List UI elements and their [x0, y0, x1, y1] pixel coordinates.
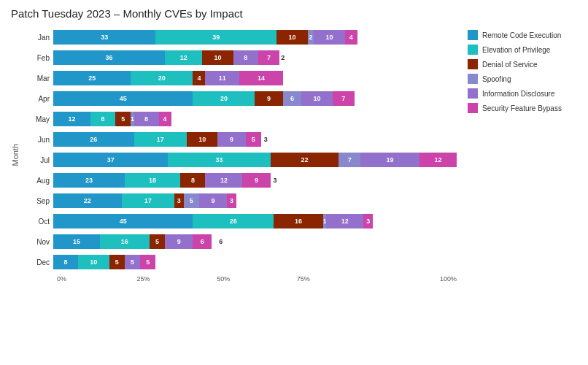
- bar-segment-id: 12: [326, 214, 363, 228]
- x-tick-3: 75%: [297, 275, 377, 283]
- bar-container: 810555: [53, 255, 457, 269]
- x-axis: 0%25%50%75%100%: [57, 275, 457, 283]
- chart-title: Patch Tuesday 2023 – Monthly CVEs by Imp…: [11, 7, 577, 20]
- bar-container: 22173593: [53, 193, 457, 208]
- bar-segment-id: 19: [360, 153, 419, 167]
- legend-label-dos: Denial of Service: [482, 61, 538, 69]
- bar-segment-id: 9: [165, 234, 193, 249]
- bar-segment-extra: 6: [212, 234, 231, 249]
- bar-segment-id: 9: [217, 132, 245, 147]
- bar-segment-dos: 4: [193, 71, 205, 85]
- bar-container: 252041114: [53, 71, 457, 85]
- chart-row-jul: Jul37332271912: [30, 150, 457, 170]
- bar-container: 261710953: [53, 132, 457, 147]
- chart-container: Month Jan3339102104Feb361210872Mar252041…: [11, 27, 577, 283]
- bar-segment-id: 10: [301, 91, 333, 106]
- chart-row-jan: Jan3339102104: [30, 27, 457, 47]
- legend-color-rce: [468, 30, 478, 40]
- bar-segment-rce: 8: [53, 255, 78, 269]
- bar-segment-extra: 3: [261, 132, 271, 147]
- bar-segment-extra: 3: [271, 173, 280, 188]
- bar-container: 3339102104: [53, 30, 457, 45]
- chart-row-mar: Mar252041114: [30, 68, 457, 88]
- bar-segment-eop: 17: [134, 132, 187, 147]
- row-label: Dec: [30, 258, 53, 266]
- bar-segment-id: 8: [134, 112, 159, 126]
- row-label: Jun: [30, 136, 53, 144]
- chart-row-aug: Aug231881293: [30, 170, 457, 191]
- bar-segment-sfb: 14: [239, 71, 283, 85]
- bar-segment-sfb: 3: [363, 214, 373, 228]
- bar-segment-sfb: 5: [246, 132, 261, 147]
- bar-segment-rce: 25: [53, 71, 131, 85]
- bar-segment-spoof: 6: [283, 91, 302, 106]
- bar-segment-dos: 22: [271, 153, 339, 167]
- bar-segment-rce: 36: [53, 50, 165, 65]
- chart-row-nov: Nov15165966: [30, 231, 457, 252]
- bar-segment-eop: 17: [122, 193, 174, 208]
- chart-row-dec: Dec810555: [30, 252, 457, 272]
- legend-item-rce: Remote Code Execution: [468, 30, 577, 40]
- bar-segment-sfb: 9: [242, 173, 270, 188]
- legend-item-spoof: Spoofing: [468, 74, 577, 84]
- bar-segment-sfb: 3: [227, 193, 236, 208]
- bar-segment-rce: 22: [53, 193, 122, 208]
- y-axis-label: Month: [11, 144, 23, 166]
- legend-label-id: Information Disclosure: [482, 90, 554, 98]
- bar-segment-dos: 5: [150, 234, 165, 249]
- row-label: May: [30, 115, 53, 123]
- row-label: Oct: [30, 218, 53, 226]
- legend-color-eop: [468, 45, 478, 55]
- bar-segment-id: 11: [205, 71, 239, 85]
- bar-segment-rce: 33: [53, 30, 155, 45]
- legend-color-id: [468, 88, 478, 99]
- bar-segment-dos: 16: [274, 214, 323, 228]
- bar-segment-eop: 33: [168, 153, 270, 167]
- bar-segment-eop: 26: [193, 214, 274, 228]
- bar-segment-eop: 39: [155, 30, 276, 45]
- bar-segment-sfb: 7: [333, 91, 355, 106]
- row-label: Sep: [30, 197, 53, 205]
- bar-segment-sfb: 4: [159, 112, 171, 126]
- legend-color-sfb: [468, 103, 478, 113]
- bar-segment-id: 5: [125, 255, 140, 269]
- chart-row-apr: Apr452096107: [30, 88, 457, 109]
- legend-item-id: Information Disclosure: [468, 88, 577, 99]
- row-label: Jan: [30, 34, 53, 42]
- bar-segment-eop: 8: [90, 112, 115, 126]
- chart-row-feb: Feb361210872: [30, 47, 457, 68]
- bar-segment-id: 10: [314, 30, 345, 45]
- bar-container: 15165966: [53, 234, 457, 249]
- bar-segment-rce: 15: [53, 234, 100, 249]
- bar-container: 37332271912: [53, 153, 457, 167]
- bar-segment-sfb: 7: [258, 50, 280, 65]
- row-label: Jul: [30, 156, 53, 164]
- bar-segment-eop: 12: [165, 50, 202, 65]
- bar-segment-rce: 26: [53, 132, 134, 147]
- legend-label-sfb: Security Feature Bypass: [482, 104, 562, 112]
- bar-segment-eop: 16: [100, 234, 150, 249]
- chart-row-sep: Sep22173593: [30, 191, 457, 211]
- row-label: Feb: [30, 54, 53, 62]
- bar-segment-sfb: 4: [345, 30, 357, 45]
- bar-container: 231881293: [53, 173, 457, 188]
- bar-container: 452096107: [53, 91, 457, 106]
- bar-segment-id: 9: [199, 193, 227, 208]
- bar-segment-dos: 9: [255, 91, 282, 106]
- bar-segment-dos: 3: [174, 193, 184, 208]
- bar-segment-dos: 8: [180, 173, 205, 188]
- chart-area: Jan3339102104Feb361210872Mar252041114Apr…: [30, 27, 457, 283]
- bar-segment-spoof: 7: [339, 153, 360, 167]
- bar-container: 4526161123: [53, 214, 457, 228]
- bar-segment-eop: 10: [78, 255, 109, 269]
- legend-color-dos: [468, 59, 478, 69]
- bar-segment-eop: 20: [131, 71, 193, 85]
- bar-segment-id: 12: [205, 173, 242, 188]
- bar-segment-dos: 5: [109, 255, 125, 269]
- bar-container: 1285184: [53, 112, 457, 126]
- bar-segment-id: 8: [233, 50, 258, 65]
- x-tick-0: 0%: [57, 275, 137, 283]
- legend-label-rce: Remote Code Execution: [482, 31, 561, 39]
- row-label: Aug: [30, 177, 53, 185]
- legend: Remote Code Execution Elevation of Privi…: [464, 27, 577, 283]
